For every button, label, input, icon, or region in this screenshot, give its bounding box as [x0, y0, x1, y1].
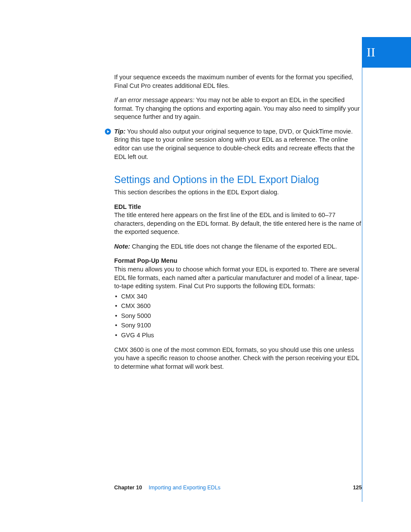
error-note: If an error message appears: You may not… — [114, 96, 362, 121]
tip-icon — [105, 128, 111, 135]
note-body: Changing the EDL title does not change t… — [130, 243, 337, 250]
note-label: Note: — [114, 243, 130, 250]
tip-text: Tip: You should also output your origina… — [114, 128, 362, 161]
tip-body: You should also output your original seq… — [114, 128, 355, 160]
footer-left: Chapter 10 Importing and Exporting EDLs — [114, 484, 221, 492]
note: Note: Changing the EDL title does not ch… — [114, 243, 362, 251]
edl-title-body: The title entered here appears on the fi… — [114, 211, 362, 236]
error-lead: If an error message appears: — [114, 96, 194, 103]
page-number: 125 — [353, 484, 362, 492]
format-list: CMX 340 CMX 3600 Sony 5000 Sony 9100 GVG… — [114, 292, 362, 340]
chapter-title: Importing and Exporting EDLs — [149, 485, 221, 491]
part-tab: II — [362, 37, 411, 68]
list-item: GVG 4 Plus — [114, 331, 362, 340]
tip-label: Tip: — [114, 128, 125, 135]
list-item: CMX 340 — [114, 292, 362, 301]
section-intro: This section describes the options in th… — [114, 188, 362, 197]
format-menu-body: This menu allows you to choose which for… — [114, 265, 362, 291]
subheading-format-menu: Format Pop-Up Menu — [114, 257, 362, 265]
list-item: Sony 9100 — [114, 321, 362, 330]
side-rule — [362, 37, 362, 502]
list-item: Sony 5000 — [114, 312, 362, 320]
page-content: If your sequence exceeds the maximum num… — [114, 73, 362, 377]
list-item: CMX 3600 — [114, 302, 362, 311]
paragraph: If your sequence exceeds the maximum num… — [114, 73, 362, 90]
tip-block: Tip: You should also output your origina… — [114, 128, 362, 161]
chapter-label: Chapter 10 — [114, 485, 142, 491]
section-heading: Settings and Options in the EDL Export D… — [114, 173, 362, 187]
part-number: II — [367, 44, 375, 61]
page-footer: Chapter 10 Importing and Exporting EDLs … — [114, 484, 362, 492]
subheading-edl-title: EDL Title — [114, 203, 362, 212]
closing-paragraph: CMX 3600 is one of the most common EDL f… — [114, 346, 362, 371]
